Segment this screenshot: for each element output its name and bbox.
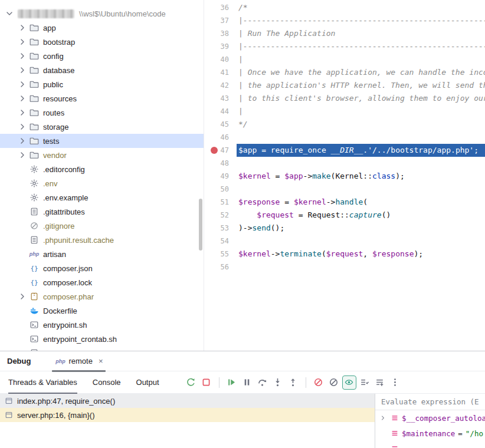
tree-item-partial[interactable] xyxy=(0,346,204,351)
tree-item-public[interactable]: public xyxy=(0,77,204,91)
line-number[interactable]: 37 xyxy=(221,14,229,27)
tree-item-composer.phar[interactable]: composer.phar xyxy=(0,289,204,304)
project-tree-scrollbar[interactable] xyxy=(199,199,202,251)
tree-item-.gitignore[interactable]: .gitignore xyxy=(0,219,204,233)
tree-item-config[interactable]: config xyxy=(0,49,204,63)
add-watch-icon[interactable] xyxy=(373,375,387,390)
editor-gutter[interactable]: 37 xyxy=(204,14,237,27)
code-text[interactable]: )->send(); xyxy=(237,222,485,235)
line-number[interactable]: 55 xyxy=(221,248,229,261)
chevron-right-icon[interactable] xyxy=(17,94,28,103)
tree-item-vendor[interactable]: vendor xyxy=(0,148,204,162)
line-number[interactable]: 38 xyxy=(221,27,229,40)
code-line-45[interactable]: 45*/ xyxy=(204,118,485,131)
line-number[interactable]: 49 xyxy=(221,170,229,183)
code-text[interactable]: | Run The Application xyxy=(237,27,485,40)
code-line-50[interactable]: 50 xyxy=(204,183,485,196)
close-tab-icon[interactable]: × xyxy=(99,357,103,365)
chevron-right-icon[interactable] xyxy=(17,150,28,160)
chevron-right-icon[interactable] xyxy=(17,292,28,301)
code-text[interactable]: | to this client's browser, allowing the… xyxy=(237,92,485,105)
tree-item-tests[interactable]: tests xyxy=(0,134,204,148)
tree-item-database[interactable]: database xyxy=(0,63,204,77)
code-line-54[interactable]: 54 xyxy=(204,235,485,248)
tree-item-.gitattributes[interactable]: .gitattributes xyxy=(0,205,204,219)
line-number[interactable]: 46 xyxy=(221,131,229,144)
editor-gutter[interactable]: 47 xyxy=(204,144,237,157)
inline-watches-icon[interactable] xyxy=(342,375,356,390)
tree-item-entrypoint.sh[interactable]: entrypoint.sh xyxy=(0,318,204,332)
debug-session-tab-remote[interactable]: php remote × xyxy=(48,351,109,371)
line-number[interactable]: 50 xyxy=(221,183,229,196)
editor-gutter[interactable]: 41 xyxy=(204,66,237,79)
code-text[interactable]: $request = Request::capture() xyxy=(237,209,485,222)
code-line-47[interactable]: 47$app = require_once __DIR__.'/../boots… xyxy=(204,144,485,157)
hide-values-icon[interactable] xyxy=(327,375,341,390)
editor-gutter[interactable]: 44 xyxy=(204,105,237,118)
editor-gutter[interactable]: 50 xyxy=(204,183,237,196)
tree-item-entrypoint_crontab.sh[interactable]: entrypoint_crontab.sh xyxy=(0,332,204,346)
code-text[interactable]: | xyxy=(237,105,485,118)
code-text[interactable]: | xyxy=(237,53,485,66)
step-into-icon[interactable] xyxy=(271,375,285,390)
code-line-52[interactable]: 52 $request = Request::capture() xyxy=(204,209,485,222)
tree-item-Dockerfile[interactable]: Dockerfile xyxy=(0,304,204,318)
editor-gutter[interactable]: 38 xyxy=(204,27,237,40)
pause-icon[interactable] xyxy=(240,375,254,390)
editor-gutter[interactable]: 42 xyxy=(204,79,237,92)
tree-item-storage[interactable]: storage xyxy=(0,120,204,134)
line-number[interactable]: 41 xyxy=(221,66,229,79)
variable-row[interactable] xyxy=(375,441,485,448)
tree-item-app[interactable]: app xyxy=(0,21,204,35)
code-text[interactable] xyxy=(237,183,485,196)
line-number[interactable]: 45 xyxy=(221,118,229,131)
more-icon[interactable] xyxy=(388,375,402,390)
code-line-38[interactable]: 38| Run The Application xyxy=(204,27,485,40)
line-number[interactable]: 39 xyxy=(221,40,229,53)
code-text[interactable]: */ xyxy=(237,118,485,131)
step-over-icon[interactable] xyxy=(255,375,270,390)
code-line-55[interactable]: 55$kernel->terminate($request, $response… xyxy=(204,248,485,261)
editor-gutter[interactable]: 52 xyxy=(204,209,237,222)
tree-item-.env.example[interactable]: .env.example xyxy=(0,190,204,205)
tree-item-.env[interactable]: .env xyxy=(0,176,204,190)
code-text[interactable]: $kernel = $app->make(Kernel::class); xyxy=(237,170,485,183)
editor-gutter[interactable]: 54 xyxy=(204,235,237,248)
tree-item-composer.lock[interactable]: {}composer.lock xyxy=(0,275,204,289)
tree-item-composer.json[interactable]: {}composer.json xyxy=(0,261,204,275)
stop-icon[interactable] xyxy=(199,375,214,390)
line-number[interactable]: 40 xyxy=(221,53,229,66)
chevron-right-icon[interactable] xyxy=(17,122,28,131)
variable-row[interactable]: $__composer_autoloa xyxy=(375,410,485,426)
tree-item-bootstrap[interactable]: bootstrap xyxy=(0,35,204,49)
frame-row[interactable]: index.php:47, require_once() xyxy=(0,394,375,408)
line-number[interactable]: 43 xyxy=(221,92,229,105)
code-line-42[interactable]: 42| the application's HTTP kernel. Then,… xyxy=(204,79,485,92)
editor-gutter[interactable]: 48 xyxy=(204,157,237,170)
chevron-right-icon[interactable] xyxy=(17,136,28,146)
tree-item-.phpunit.result.cache[interactable]: .phpunit.result.cache xyxy=(0,233,204,247)
line-number[interactable]: 51 xyxy=(221,196,229,209)
code-line-48[interactable]: 48 xyxy=(204,157,485,170)
line-number[interactable]: 47 xyxy=(221,144,229,157)
code-text[interactable]: | the application's HTTP kernel. Then, w… xyxy=(237,79,485,92)
editor-gutter[interactable]: 45 xyxy=(204,118,237,131)
editor-gutter[interactable]: 43 xyxy=(204,92,237,105)
chevron-right-icon[interactable] xyxy=(17,37,28,47)
code-line-39[interactable]: 39|-------------------------------------… xyxy=(204,40,485,53)
breakpoint-icon[interactable] xyxy=(211,147,218,154)
tab-console[interactable]: Console xyxy=(93,371,121,393)
code-line-44[interactable]: 44| xyxy=(204,105,485,118)
tab-output[interactable]: Output xyxy=(136,371,159,393)
code-text[interactable]: /* xyxy=(237,1,485,14)
code-text[interactable]: |---------------------------------------… xyxy=(237,40,485,53)
code-text[interactable] xyxy=(237,235,485,248)
code-line-53[interactable]: 53)->send(); xyxy=(204,222,485,235)
line-number[interactable]: 42 xyxy=(221,79,229,92)
code-text[interactable] xyxy=(237,157,485,170)
line-number[interactable]: 54 xyxy=(221,235,229,248)
chevron-right-icon[interactable] xyxy=(17,108,28,117)
rerun-icon[interactable] xyxy=(184,375,198,390)
tab-threads-variables[interactable]: Threads & Variables xyxy=(8,371,77,393)
code-line-36[interactable]: 36/* xyxy=(204,1,485,14)
